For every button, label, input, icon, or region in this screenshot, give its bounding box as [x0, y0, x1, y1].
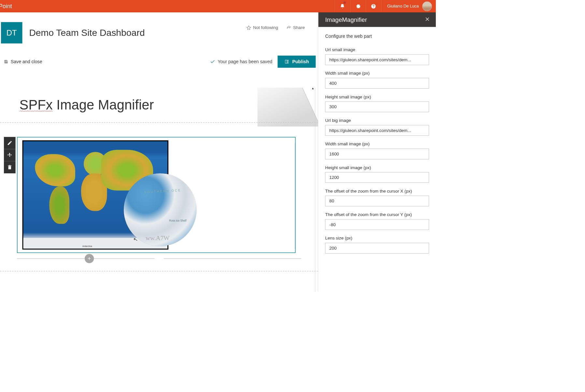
site-icon: DT [1, 22, 22, 44]
gear-icon [355, 4, 361, 9]
pencil-icon [7, 140, 12, 146]
move-icon [7, 152, 12, 158]
site-title: Demo Team Site Dashboard [29, 28, 145, 38]
share-label: Share [293, 25, 305, 30]
width-small-input[interactable] [325, 78, 429, 89]
offset-y-label: The offset of the zoom from the cursor Y… [325, 212, 429, 217]
lens-size-input[interactable] [325, 243, 429, 254]
url-big-label: Url big image [325, 118, 429, 123]
notification-badge [343, 1, 346, 4]
url-small-label: Url small image [325, 47, 429, 52]
webpart-inner-divider [209, 143, 295, 249]
url-big-input[interactable] [325, 125, 429, 136]
property-panel: ImageMagnifier Configure the web part Ur… [318, 12, 436, 292]
map-antarctica-label: Antarctica [82, 245, 92, 247]
lens-shelf-label: Ross Ice Shelf [169, 219, 186, 222]
height-big-input[interactable] [325, 172, 429, 183]
move-webpart-button[interactable] [4, 149, 16, 161]
lens-watermark: ww.A7W [146, 235, 170, 242]
command-bar: Save and close Your page has been saved … [0, 56, 318, 68]
close-icon [425, 17, 430, 22]
follow-button[interactable]: Not following [246, 25, 278, 30]
title-rest: Image Magnifier [53, 97, 154, 112]
webpart-frame[interactable]: Antarctica SOUTHERN OCE Ross Ice Shelf w… [17, 137, 295, 253]
width-big-input[interactable] [325, 149, 429, 159]
user-name: Giuliano De Luca [387, 4, 419, 9]
plus-icon [87, 256, 92, 261]
publish-icon [284, 59, 289, 64]
share-button[interactable]: Share [286, 25, 305, 30]
height-big-label: Height small image (px) [325, 165, 429, 170]
page-title[interactable]: SPFx Image Magnifier [0, 97, 318, 112]
offset-x-label: The offset of the zoom from the cursor X… [325, 189, 429, 194]
saved-text: Your page has been saved [218, 59, 272, 64]
add-section-divider [17, 254, 301, 263]
user-menu[interactable]: Giuliano De Luca [381, 0, 436, 12]
offset-x-input[interactable] [325, 196, 429, 206]
panel-header: ImageMagnifier [318, 12, 436, 27]
width-big-label: Width small image (px) [325, 141, 429, 147]
width-small-label: Width small image (px) [325, 71, 429, 76]
bell-icon [340, 4, 345, 9]
avatar [422, 1, 432, 11]
question-icon [371, 4, 376, 9]
suite-bar: arePoint Giuliano De Luca [0, 0, 436, 12]
section-divider-bottom [0, 271, 318, 271]
magnifier-lens: SOUTHERN OCE Ross Ice Shelf ww.A7W [124, 173, 197, 246]
share-icon [286, 25, 291, 30]
section-divider [0, 122, 318, 123]
offset-y-input[interactable] [325, 219, 429, 230]
help-button[interactable] [365, 0, 381, 12]
url-small-input[interactable] [325, 54, 429, 65]
save-and-close-button[interactable]: Save and close [4, 59, 42, 64]
save-icon [4, 60, 8, 64]
trash-icon [7, 165, 12, 170]
title-prefix: SPFx [20, 97, 53, 112]
lens-size-label: Lens size (px) [325, 236, 429, 241]
check-icon [210, 59, 215, 64]
delete-webpart-button[interactable] [4, 161, 16, 173]
edit-webpart-button[interactable] [4, 137, 16, 149]
star-icon [246, 25, 251, 30]
height-small-input[interactable] [325, 101, 429, 112]
notifications-button[interactable] [335, 0, 350, 12]
publish-button[interactable]: Publish [278, 56, 316, 68]
panel-close-button[interactable] [425, 17, 430, 23]
settings-button[interactable] [350, 0, 366, 12]
publish-label: Publish [292, 59, 309, 64]
panel-title: ImageMagnifier [325, 16, 367, 23]
lens-ocean-label: SOUTHERN OCE [144, 188, 181, 194]
page-content: DT Demo Team Site Dashboard Not followin… [0, 12, 318, 292]
follow-label: Not following [253, 25, 278, 30]
webpart-toolbar [4, 137, 16, 173]
app-name: arePoint [0, 3, 12, 10]
height-small-label: Height small image (px) [325, 94, 429, 100]
panel-description: Configure the web part [325, 34, 429, 39]
save-close-label: Save and close [11, 59, 42, 64]
add-webpart-button[interactable] [85, 254, 94, 263]
saved-status: Your page has been saved [210, 59, 272, 64]
